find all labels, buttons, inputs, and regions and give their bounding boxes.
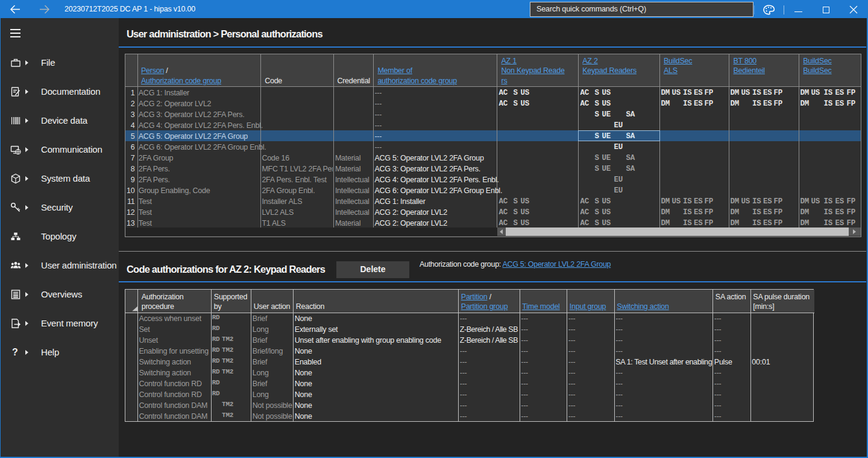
svg-text:?: ? — [12, 347, 18, 357]
